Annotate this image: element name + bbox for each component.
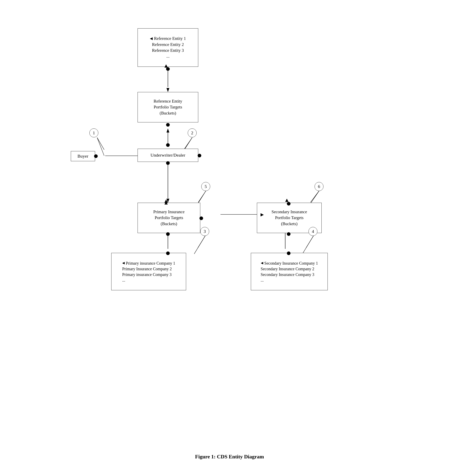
dot-underwriter-bottom <box>166 161 170 165</box>
ref-entity-ellipsis: ... <box>150 53 186 59</box>
svg-line-15 <box>97 137 104 150</box>
diagram-lines <box>71 12 394 437</box>
dot-underwriter-right <box>198 154 201 157</box>
diagram-container: ◀ Reference Entity 1 Reference Entity 2 … <box>71 12 394 437</box>
ref-entity-line3: Reference Entity 3 <box>150 48 186 53</box>
secondary-companies-box: ◀ Secondary Insurance Company 1 Secondar… <box>251 253 328 290</box>
arrow-primary-to-secondary <box>261 213 264 216</box>
underwriter-box: Underwriter/Dealer <box>137 149 198 162</box>
label-2: 2 <box>188 128 197 137</box>
arrow-secondary-up <box>285 199 289 202</box>
svg-line-24 <box>302 236 314 254</box>
reference-entities-box: ◀ Reference Entity 1 Reference Entity 2 … <box>137 28 198 67</box>
buyer-box: Buyer <box>71 151 95 161</box>
dot-secondary-portfolio-bottom <box>287 232 290 236</box>
figure-caption: Figure 1: CDS Entity Diagram <box>0 454 459 460</box>
ref-entity-line1: ◀ Reference Entity 1 <box>150 36 186 42</box>
dot-primary-portfolio-bottom <box>166 232 170 236</box>
label-3: 3 <box>200 227 209 236</box>
ref-entity-line2: Reference Entity 2 <box>150 42 186 48</box>
primary-portfolio-box: Primary Insurance Portfolio Targets (Buc… <box>137 203 200 233</box>
primary-companies-box: ◀ Primary insurance Company 1 Primary In… <box>111 253 186 290</box>
label-6: 6 <box>314 182 323 191</box>
svg-marker-4 <box>167 128 169 133</box>
label-4: 4 <box>308 227 317 236</box>
label-1: 1 <box>89 128 98 137</box>
dot-secondary-companies-top <box>287 251 290 255</box>
label-5: 5 <box>201 182 210 191</box>
svg-line-22 <box>194 236 205 254</box>
dot-ref-portfolio-bottom <box>166 123 170 127</box>
dot-buyer-right <box>94 154 98 158</box>
dot-ref-entities-bottom <box>166 67 170 71</box>
dot-secondary-portfolio-top <box>287 202 290 205</box>
arrow-underwriter-to-primary <box>164 199 168 203</box>
ref-portfolio-box: Reference Entity Portfolio Targets (Buck… <box>137 92 198 122</box>
svg-marker-1 <box>167 88 169 92</box>
dot-underwriter-top <box>166 143 170 147</box>
arrow-ref-entities-down <box>164 64 168 68</box>
dot-primary-portfolio-right <box>199 216 203 220</box>
dot-primary-companies-top <box>166 251 170 255</box>
svg-line-16 <box>97 137 104 156</box>
